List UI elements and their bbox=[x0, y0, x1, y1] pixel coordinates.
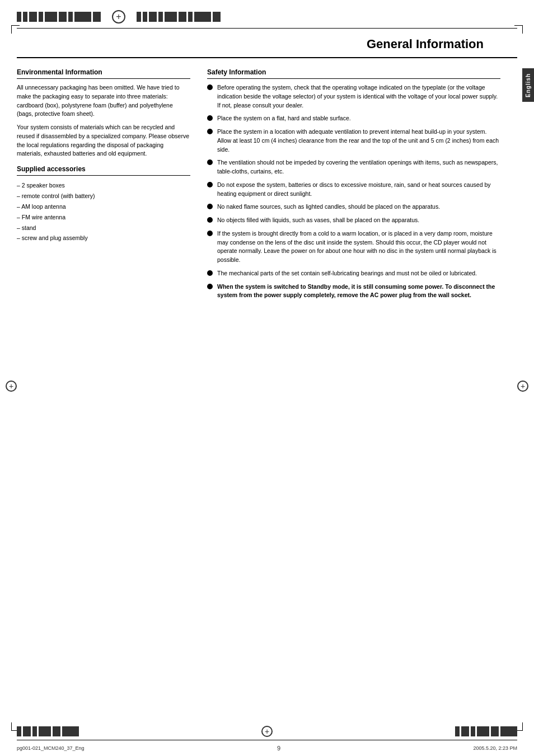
crosshair-small-right bbox=[517, 381, 528, 392]
bar-block bbox=[137, 12, 141, 22]
bar-block bbox=[491, 726, 499, 736]
bottom-right-pattern bbox=[455, 726, 517, 736]
environmental-paragraph2: Your system consists of materials which … bbox=[17, 123, 190, 158]
environmental-content: All unnecessary packaging has been omitt… bbox=[17, 83, 190, 158]
bar-block bbox=[213, 12, 221, 22]
bar-block bbox=[93, 12, 101, 22]
left-bar-pattern bbox=[17, 12, 101, 22]
accessories-list: 2 speaker boxes remote control (with bat… bbox=[17, 180, 190, 243]
bullet-icon bbox=[207, 217, 213, 223]
crosshair-small-left bbox=[6, 381, 17, 392]
left-crosshair-decoration bbox=[6, 381, 17, 392]
list-item: AM loop antenna bbox=[17, 201, 190, 212]
list-item: screw and plug assembly bbox=[17, 233, 190, 243]
crosshair-bottom-center bbox=[261, 726, 273, 737]
list-item: 2 speaker boxes bbox=[17, 180, 190, 191]
list-item: remote control (with battery) bbox=[17, 191, 190, 201]
safety-list-item: The mechanical parts of the set contain … bbox=[207, 269, 500, 278]
safety-list-item: Place the system on a flat, hard and sta… bbox=[207, 114, 500, 123]
safety-item-text: If the system is brought directly from a… bbox=[217, 229, 500, 265]
environmental-section: Environmental Information All unnecessar… bbox=[17, 68, 190, 158]
bar-block bbox=[23, 12, 27, 22]
bottom-footer: pg001-021_MCM240_37_Eng 9 2005.5.20, 2:2… bbox=[0, 740, 534, 756]
right-crosshair-decoration bbox=[517, 381, 528, 392]
left-column: Environmental Information All unnecessar… bbox=[17, 58, 190, 304]
bullet-icon bbox=[207, 204, 213, 209]
bar-block bbox=[471, 726, 475, 736]
bar-block bbox=[188, 12, 193, 22]
bullet-icon bbox=[207, 270, 213, 276]
bar-block bbox=[39, 726, 51, 736]
bullet-icon bbox=[207, 159, 213, 165]
bar-block bbox=[179, 12, 186, 22]
bottom-section: pg001-021_MCM240_37_Eng 9 2005.5.20, 2:2… bbox=[0, 720, 534, 756]
bar-block bbox=[59, 12, 67, 22]
bar-block bbox=[23, 726, 31, 736]
bottom-left-pattern bbox=[17, 726, 79, 736]
bullet-icon bbox=[207, 182, 213, 187]
bullet-icon bbox=[207, 129, 213, 134]
page-number: 9 bbox=[277, 745, 280, 752]
safety-list-item: Do not expose the system, batteries or d… bbox=[207, 181, 500, 199]
safety-list-item: The ventilation should not be impeded by… bbox=[207, 158, 500, 176]
accessories-section: Supplied accessories 2 speaker boxes rem… bbox=[17, 165, 190, 243]
accessories-title: Supplied accessories bbox=[17, 165, 190, 176]
safety-list-item: No naked flame sources, such as lighted … bbox=[207, 203, 500, 212]
bullet-icon bbox=[207, 84, 213, 90]
safety-list-item: Before operating the system, check that … bbox=[207, 83, 500, 110]
page-title-area: General Information bbox=[17, 29, 517, 58]
bar-block bbox=[500, 726, 517, 736]
english-tab: English bbox=[522, 68, 534, 102]
right-column: Safety Information Before operating the … bbox=[207, 58, 517, 304]
safety-list: Before operating the system, check that … bbox=[207, 83, 500, 300]
bar-block bbox=[39, 12, 43, 22]
corner-mark-top-right bbox=[514, 25, 523, 34]
top-decorative-bar bbox=[0, 0, 534, 24]
bar-block bbox=[68, 12, 73, 22]
safety-item-text: When the system is switched to Standby m… bbox=[217, 283, 500, 300]
safety-item-text: The mechanical parts of the set contain … bbox=[217, 269, 500, 278]
bar-block bbox=[477, 726, 489, 736]
bar-block bbox=[165, 12, 177, 22]
bar-block bbox=[17, 726, 21, 736]
bar-block bbox=[17, 12, 21, 22]
bar-block bbox=[74, 12, 91, 22]
bar-block bbox=[149, 12, 157, 22]
list-item: FM wire antenna bbox=[17, 212, 190, 223]
corner-mark-top-left bbox=[11, 25, 20, 34]
bullet-icon bbox=[207, 231, 213, 236]
safety-item-text: Before operating the system, check that … bbox=[217, 83, 500, 110]
bar-block bbox=[461, 726, 469, 736]
bar-block bbox=[143, 12, 147, 22]
safety-section: Safety Information Before operating the … bbox=[207, 68, 500, 300]
bar-block bbox=[53, 726, 60, 736]
bar-block bbox=[455, 726, 460, 736]
crosshair-circle-top bbox=[112, 10, 125, 24]
bar-block bbox=[158, 12, 163, 22]
page-container: General Information English Environmenta… bbox=[0, 0, 534, 756]
safety-item-text: Place the system on a flat, hard and sta… bbox=[217, 114, 500, 123]
environmental-title: Environmental Information bbox=[17, 68, 190, 79]
bullet-icon bbox=[207, 284, 213, 289]
bar-block bbox=[32, 726, 37, 736]
safety-item-text: The ventilation should not be impeded by… bbox=[217, 158, 500, 176]
safety-title: Safety Information bbox=[207, 68, 500, 79]
page-title: General Information bbox=[34, 37, 484, 51]
bar-block bbox=[194, 12, 211, 22]
footer-left: pg001-021_MCM240_37_Eng bbox=[17, 745, 85, 751]
bar-block bbox=[45, 12, 57, 22]
bar-block bbox=[29, 12, 37, 22]
safety-list-item: Place the system in a location with adeq… bbox=[207, 128, 500, 154]
bullet-icon bbox=[207, 115, 213, 121]
bar-block bbox=[62, 726, 79, 736]
safety-item-text: No naked flame sources, such as lighted … bbox=[217, 203, 500, 212]
content-area: English Environmental Information All un… bbox=[0, 58, 534, 304]
bottom-decorative-bar bbox=[0, 723, 534, 740]
safety-item-text: No objects filled with liquids, such as … bbox=[217, 216, 500, 225]
safety-item-text: Place the system in a location with adeq… bbox=[217, 128, 500, 154]
list-item: stand bbox=[17, 223, 190, 233]
safety-list-item: When the system is switched to Standby m… bbox=[207, 283, 500, 300]
safety-item-text: Do not expose the system, batteries or d… bbox=[217, 181, 500, 199]
footer-right: 2005.5.20, 2:23 PM bbox=[473, 745, 517, 751]
safety-list-item: No objects filled with liquids, such as … bbox=[207, 216, 500, 225]
